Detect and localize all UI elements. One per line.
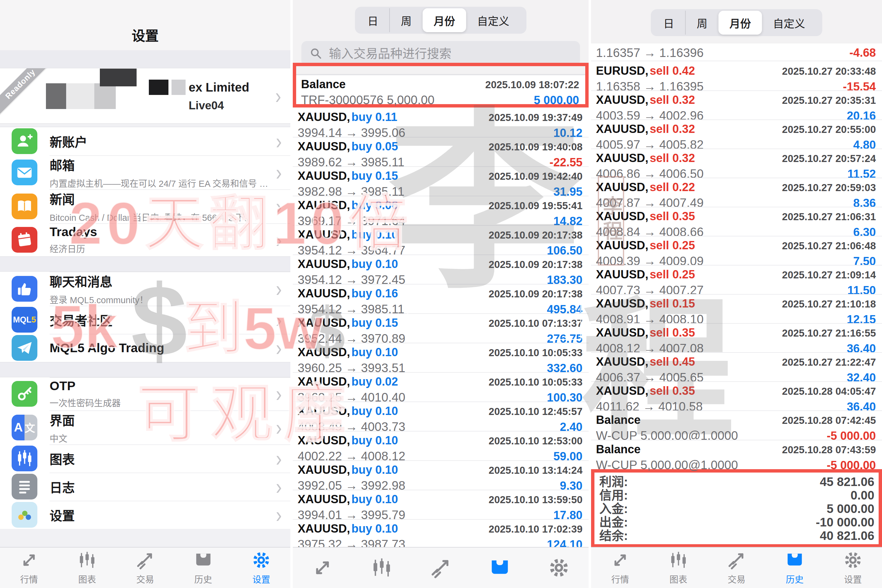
history-icon [489,557,510,579]
nav-item-settings[interactable]: 设置 [232,548,290,588]
settings-menu-item-translate[interactable]: A文 界面 中文 › [0,410,290,444]
search-input[interactable] [328,46,573,61]
trade-side-volume: sell 0.45 [650,355,695,368]
balance-title: Balance [596,413,640,427]
settings-menu-item-chart[interactable]: 图表 › [0,444,290,472]
trade-row[interactable]: XAUUSD, buy 0.06 2025.10.09 19:55:41 396… [293,196,589,225]
trade-row[interactable]: XAUUSD, buy 0.10 2025.10.10 12:53:00 400… [293,431,589,460]
balance-row[interactable]: Balance 2025.10.28 07:43:59 W-CUP 5,000.… [591,440,882,469]
settings-menu-item-person-add[interactable]: 新账户 › [0,127,290,155]
trade-side-volume: buy 0.02 [351,375,398,388]
balance-row[interactable]: Balance 2025.10.09 18:07:22 TRF-30000576… [296,75,585,104]
trade-row[interactable]: XAUUSD, sell 0.32 2025.10.27 20:57:24 40… [591,148,882,178]
settings-menu-item-mail[interactable]: 邮箱 内置虚拟主机——现在可以 24/7 运行 EA 交易和信号 - Tradi… [0,155,290,189]
trade-row[interactable]: XAUUSD, buy 0.10 2025.10.10 13:14:24 399… [293,460,589,490]
right-bottom-nav: 行情 图表 交易 历史 设置 [591,547,882,588]
nav-item-trade[interactable] [411,548,470,588]
settings-menu-item-key[interactable]: OTP 一次性密码生成器 › [0,377,290,410]
trade-row[interactable]: XAUUSD, buy 0.10 2025.10.10 12:45:57 400… [293,402,589,431]
menu-item-subtitle: 经济日历 [50,242,270,255]
tab-周[interactable]: 周 [685,11,718,34]
balance-title: Balance [301,78,346,91]
trade-row[interactable]: XAUUSD, sell 0.25 2025.10.27 21:09:14 40… [591,265,882,294]
balance-detail: W-CUP 5,000.00@1.0000 [596,458,738,472]
nav-item-history[interactable]: 历史 [174,548,232,588]
settings-menu-item-journal[interactable]: 日志 › [0,472,290,501]
trade-row[interactable]: XAUUSD, buy 0.15 2025.10.09 19:42:40 398… [293,166,589,196]
trade-row[interactable]: XAUUSD, buy 0.10 2025.10.10 17:02:39 397… [293,519,589,549]
nav-item-quotes[interactable] [293,548,352,588]
settings-menu-item-news[interactable]: 新闻 Bitcoin Cash / Dollar 当日内: 看跌，在 566.4… [0,189,290,223]
trade-row[interactable]: XAUUSD, buy 0.16 2025.10.09 20:17:38 395… [293,284,589,313]
balance-row[interactable]: Balance 2025.10.28 07:42:45 W-CUP 5,000.… [591,410,882,440]
right-tabs: 日周月份自定义 [651,9,822,36]
tab-日[interactable]: 日 [652,11,685,34]
trade-row[interactable]: XAUUSD, buy 0.05 2025.10.09 19:40:08 398… [293,137,589,166]
trade-row[interactable]: XAUUSD, sell 0.22 2025.10.27 20:59:03 40… [591,178,882,207]
tab-月份[interactable]: 月份 [423,8,466,32]
trade-row[interactable]: EURUSD, sell 0.42 2025.10.27 20:33:48 1.… [591,61,882,90]
trade-row[interactable]: XAUUSD, sell 0.32 2025.10.27 20:55:00 40… [591,119,882,148]
nav-item-history[interactable]: 历史 [766,548,824,588]
settings-menu-item-mql5[interactable]: MQL5 交易者社区 › [0,306,290,334]
partial-trade-row[interactable]: 1.16357 → 1.16396 -4.68 [591,44,882,61]
chevron-right-icon: › [276,309,282,331]
trade-row[interactable]: XAUUSD, buy 0.10 2025.10.09 20:17:38 395… [293,225,589,255]
nav-item-history[interactable] [470,548,530,588]
trade-prices: 1.16357 → 1.16396 [596,46,704,60]
menu-item-subtitle: Bitcoin Cash / Dollar 当日内: 看跌，在 566.4 之下… [50,210,270,223]
nav-item-charts[interactable]: 图表 [58,548,116,588]
trade-row[interactable]: XAUUSD, buy 0.10 2025.10.10 13:59:50 399… [293,490,589,519]
trade-side-volume: sell 0.35 [650,384,695,397]
trade-row[interactable]: XAUUSD, buy 0.11 2025.10.09 19:37:49 399… [293,108,589,137]
trade-side-volume: sell 0.25 [650,239,695,252]
trade-row[interactable]: XAUUSD, sell 0.32 2025.10.27 20:35:31 40… [591,90,882,119]
trade-row[interactable]: XAUUSD, buy 0.02 2025.10.10 10:05:33 396… [293,372,589,402]
mail-icon [12,159,38,185]
trade-time: 2025.10.09 20:17:38 [489,288,582,300]
mql5-icon: MQL5 [12,307,38,333]
settings-menu-item-mt[interactable]: 设置 › [0,501,290,529]
trade-row[interactable]: XAUUSD, sell 0.15 2025.10.27 21:10:18 40… [591,294,882,323]
balance-amount: -5 000.00 [826,459,876,472]
search-bar[interactable] [302,41,580,66]
trade-row[interactable]: XAUUSD, sell 0.35 2025.10.27 21:06:31 40… [591,207,882,236]
trade-row[interactable]: XAUUSD, sell 0.35 2025.10.27 21:16:55 40… [591,323,882,352]
nav-item-trade[interactable]: 交易 [116,548,174,588]
nav-item-quotes[interactable]: 行情 [0,548,58,588]
tab-日[interactable]: 日 [357,8,389,32]
account-card[interactable]: Readonly ex Limited Live04 › [0,68,290,124]
nav-item-trade[interactable]: 交易 [707,548,766,588]
nav-item-quotes[interactable]: 行情 [591,548,649,588]
menu-item-label: 聊天和消息 [50,272,270,290]
tab-自定义[interactable]: 自定义 [762,11,816,34]
tab-自定义[interactable]: 自定义 [466,8,520,32]
middle-tabs: 日周月份自定义 [355,7,526,34]
trade-row[interactable]: XAUUSD, buy 0.10 2025.10.09 20:17:38 395… [293,255,589,284]
settings-screen: 设置 Readonly ex Limited Live04 › 新账户 › 邮箱… [0,0,290,588]
nav-item-settings[interactable]: 设置 [824,548,882,588]
trade-time: 2025.10.10 07:13:37 [489,318,582,329]
trade-row[interactable]: XAUUSD, sell 0.35 2025.10.28 04:05:47 40… [591,381,882,410]
settings-menu-item-calendar[interactable]: Tradays 经济日历 › [0,223,290,256]
tab-周[interactable]: 周 [389,8,423,32]
trade-side-volume: buy 0.10 [351,522,398,535]
trade-row[interactable]: XAUUSD, sell 0.45 2025.10.27 21:22:47 40… [591,352,882,381]
trade-time: 2025.10.27 21:10:18 [782,298,876,310]
trade-row[interactable]: XAUUSD, sell 0.25 2025.10.27 21:06:48 40… [591,236,882,265]
trade-row[interactable]: XAUUSD, buy 0.10 2025.10.10 10:05:33 396… [293,343,589,372]
menu-item-label: 设置 [50,506,270,524]
settings-menu-item-thumb[interactable]: 聊天和消息 登录 MQL5.community！ › [0,272,290,306]
menu-item-label: MQL5 Algo Trading [50,341,270,355]
chevron-right-icon: › [276,476,282,498]
nav-item-charts[interactable] [352,548,411,588]
trade-time: 2025.10.09 19:42:40 [489,171,582,182]
trade-row[interactable]: XAUUSD, buy 0.15 2025.10.10 07:13:37 395… [293,313,589,343]
settings-menu-item-telegram[interactable]: MQL5 Algo Trading › [0,334,290,362]
tab-月份[interactable]: 月份 [718,11,762,34]
settings-header: 设置 [0,0,290,50]
nav-item-settings[interactable] [530,548,589,588]
nav-item-charts[interactable]: 图表 [649,548,707,588]
chevron-right-icon: › [276,161,282,183]
trade-side-volume: buy 0.06 [351,199,398,212]
